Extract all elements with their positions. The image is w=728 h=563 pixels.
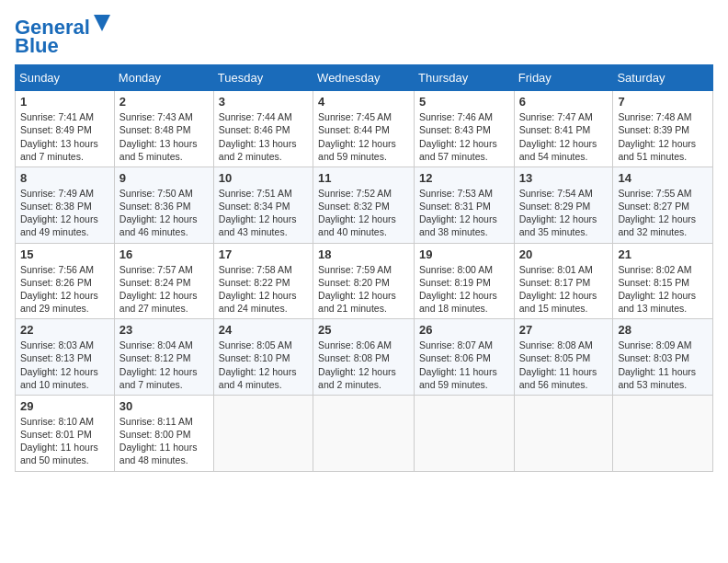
calendar-cell: 23Sunrise: 8:04 AM Sunset: 8:12 PM Dayli…	[114, 319, 213, 396]
weekday-header-monday: Monday	[114, 65, 213, 91]
calendar-cell: 21Sunrise: 8:02 AM Sunset: 8:15 PM Dayli…	[613, 243, 713, 319]
day-number: 11	[318, 171, 409, 185]
day-info: Sunrise: 8:07 AM Sunset: 8:06 PM Dayligh…	[419, 339, 509, 391]
day-info: Sunrise: 7:57 AM Sunset: 8:24 PM Dayligh…	[119, 263, 209, 316]
calendar-cell: 16Sunrise: 7:57 AM Sunset: 8:24 PM Dayli…	[114, 243, 213, 319]
day-number: 28	[618, 323, 708, 337]
day-info: Sunrise: 7:58 AM Sunset: 8:22 PM Dayligh…	[219, 263, 308, 316]
day-info: Sunrise: 8:05 AM Sunset: 8:10 PM Dayligh…	[219, 339, 308, 391]
svg-marker-0	[94, 15, 110, 31]
weekday-header-sunday: Sunday	[16, 65, 115, 91]
calendar-cell: 24Sunrise: 8:05 AM Sunset: 8:10 PM Dayli…	[213, 319, 313, 396]
day-info: Sunrise: 7:55 AM Sunset: 8:27 PM Dayligh…	[618, 187, 708, 239]
day-number: 21	[618, 247, 708, 261]
calendar-cell: 20Sunrise: 8:01 AM Sunset: 8:17 PM Dayli…	[514, 243, 613, 319]
calendar-cell: 28Sunrise: 8:09 AM Sunset: 8:03 PM Dayli…	[613, 319, 713, 396]
calendar-cell	[415, 395, 515, 471]
day-info: Sunrise: 7:51 AM Sunset: 8:34 PM Dayligh…	[219, 187, 308, 239]
weekday-header-thursday: Thursday	[415, 65, 515, 91]
page-header: General Blue	[15, 15, 713, 57]
calendar-cell: 7Sunrise: 7:48 AM Sunset: 8:39 PM Daylig…	[613, 91, 713, 167]
calendar-cell: 26Sunrise: 8:07 AM Sunset: 8:06 PM Dayli…	[415, 319, 515, 396]
day-number: 2	[119, 95, 209, 109]
day-number: 6	[519, 95, 609, 109]
day-info: Sunrise: 8:02 AM Sunset: 8:15 PM Dayligh…	[618, 263, 708, 316]
day-info: Sunrise: 7:45 AM Sunset: 8:44 PM Dayligh…	[318, 110, 409, 163]
calendar-cell: 3Sunrise: 7:44 AM Sunset: 8:46 PM Daylig…	[213, 91, 313, 167]
weekday-header-saturday: Saturday	[613, 65, 713, 91]
day-number: 20	[519, 247, 609, 261]
calendar-cell: 1Sunrise: 7:41 AM Sunset: 8:49 PM Daylig…	[16, 91, 115, 167]
calendar-cell: 30Sunrise: 8:11 AM Sunset: 8:00 PM Dayli…	[114, 395, 213, 471]
day-number: 23	[119, 323, 209, 337]
day-info: Sunrise: 8:00 AM Sunset: 8:19 PM Dayligh…	[419, 263, 509, 316]
calendar-cell	[514, 395, 613, 471]
calendar-cell	[313, 395, 415, 471]
day-info: Sunrise: 7:43 AM Sunset: 8:48 PM Dayligh…	[119, 110, 209, 163]
calendar-cell: 11Sunrise: 7:52 AM Sunset: 8:32 PM Dayli…	[313, 167, 415, 243]
calendar-cell: 13Sunrise: 7:54 AM Sunset: 8:29 PM Dayli…	[514, 167, 613, 243]
calendar-cell: 27Sunrise: 8:08 AM Sunset: 8:05 PM Dayli…	[514, 319, 613, 396]
calendar-cell: 4Sunrise: 7:45 AM Sunset: 8:44 PM Daylig…	[313, 91, 415, 167]
day-info: Sunrise: 8:04 AM Sunset: 8:12 PM Dayligh…	[119, 339, 209, 391]
weekday-header-friday: Friday	[514, 65, 613, 91]
day-number: 30	[119, 399, 209, 413]
day-info: Sunrise: 8:06 AM Sunset: 8:08 PM Dayligh…	[318, 339, 409, 391]
calendar-cell: 22Sunrise: 8:03 AM Sunset: 8:13 PM Dayli…	[16, 319, 115, 396]
day-number: 14	[618, 171, 708, 185]
day-info: Sunrise: 7:59 AM Sunset: 8:20 PM Dayligh…	[318, 263, 409, 316]
calendar-cell	[613, 395, 713, 471]
calendar-cell	[213, 395, 313, 471]
day-info: Sunrise: 7:46 AM Sunset: 8:43 PM Dayligh…	[419, 110, 509, 163]
calendar-week-row: 15Sunrise: 7:56 AM Sunset: 8:26 PM Dayli…	[16, 243, 713, 319]
weekday-header-wednesday: Wednesday	[313, 65, 415, 91]
calendar-cell: 6Sunrise: 7:47 AM Sunset: 8:41 PM Daylig…	[514, 91, 613, 167]
calendar-cell: 5Sunrise: 7:46 AM Sunset: 8:43 PM Daylig…	[415, 91, 515, 167]
day-info: Sunrise: 8:10 AM Sunset: 8:01 PM Dayligh…	[20, 415, 109, 467]
day-number: 19	[419, 247, 509, 261]
day-info: Sunrise: 7:53 AM Sunset: 8:31 PM Dayligh…	[419, 187, 509, 239]
day-number: 12	[419, 171, 509, 185]
day-number: 4	[318, 95, 409, 109]
day-number: 25	[318, 323, 409, 337]
calendar-week-row: 1Sunrise: 7:41 AM Sunset: 8:49 PM Daylig…	[16, 91, 713, 167]
day-info: Sunrise: 7:41 AM Sunset: 8:49 PM Dayligh…	[20, 110, 109, 163]
day-info: Sunrise: 8:11 AM Sunset: 8:00 PM Dayligh…	[119, 415, 209, 467]
day-info: Sunrise: 7:56 AM Sunset: 8:26 PM Dayligh…	[20, 263, 109, 316]
day-info: Sunrise: 8:01 AM Sunset: 8:17 PM Dayligh…	[519, 263, 609, 316]
day-number: 7	[618, 95, 708, 109]
calendar-cell: 17Sunrise: 7:58 AM Sunset: 8:22 PM Dayli…	[213, 243, 313, 319]
day-info: Sunrise: 7:47 AM Sunset: 8:41 PM Dayligh…	[519, 110, 609, 163]
calendar-header-row: SundayMondayTuesdayWednesdayThursdayFrid…	[16, 65, 713, 91]
calendar-cell: 18Sunrise: 7:59 AM Sunset: 8:20 PM Dayli…	[313, 243, 415, 319]
day-number: 10	[219, 171, 308, 185]
calendar-table: SundayMondayTuesdayWednesdayThursdayFrid…	[15, 64, 713, 471]
day-number: 3	[219, 95, 308, 109]
day-number: 13	[519, 171, 609, 185]
calendar-week-row: 29Sunrise: 8:10 AM Sunset: 8:01 PM Dayli…	[16, 395, 713, 471]
calendar-cell: 29Sunrise: 8:10 AM Sunset: 8:01 PM Dayli…	[16, 395, 115, 471]
day-info: Sunrise: 7:54 AM Sunset: 8:29 PM Dayligh…	[519, 187, 609, 239]
calendar-cell: 8Sunrise: 7:49 AM Sunset: 8:38 PM Daylig…	[16, 167, 115, 243]
calendar-cell: 10Sunrise: 7:51 AM Sunset: 8:34 PM Dayli…	[213, 167, 313, 243]
day-info: Sunrise: 8:08 AM Sunset: 8:05 PM Dayligh…	[519, 339, 609, 391]
day-info: Sunrise: 7:44 AM Sunset: 8:46 PM Dayligh…	[219, 110, 308, 163]
calendar-week-row: 8Sunrise: 7:49 AM Sunset: 8:38 PM Daylig…	[16, 167, 713, 243]
calendar-cell: 25Sunrise: 8:06 AM Sunset: 8:08 PM Dayli…	[313, 319, 415, 396]
day-number: 5	[419, 95, 509, 109]
logo-blue-text: Blue	[15, 35, 59, 57]
day-number: 8	[20, 171, 109, 185]
calendar-cell: 2Sunrise: 7:43 AM Sunset: 8:48 PM Daylig…	[114, 91, 213, 167]
calendar-cell: 9Sunrise: 7:50 AM Sunset: 8:36 PM Daylig…	[114, 167, 213, 243]
day-number: 27	[519, 323, 609, 337]
day-info: Sunrise: 7:50 AM Sunset: 8:36 PM Dayligh…	[119, 187, 209, 239]
calendar-week-row: 22Sunrise: 8:03 AM Sunset: 8:13 PM Dayli…	[16, 319, 713, 396]
day-number: 9	[119, 171, 209, 185]
logo-arrow-icon	[94, 15, 110, 31]
day-number: 1	[20, 95, 109, 109]
day-info: Sunrise: 7:52 AM Sunset: 8:32 PM Dayligh…	[318, 187, 409, 239]
day-number: 24	[219, 323, 308, 337]
day-number: 18	[318, 247, 409, 261]
logo: General Blue	[15, 15, 110, 57]
day-info: Sunrise: 7:48 AM Sunset: 8:39 PM Dayligh…	[618, 110, 708, 163]
